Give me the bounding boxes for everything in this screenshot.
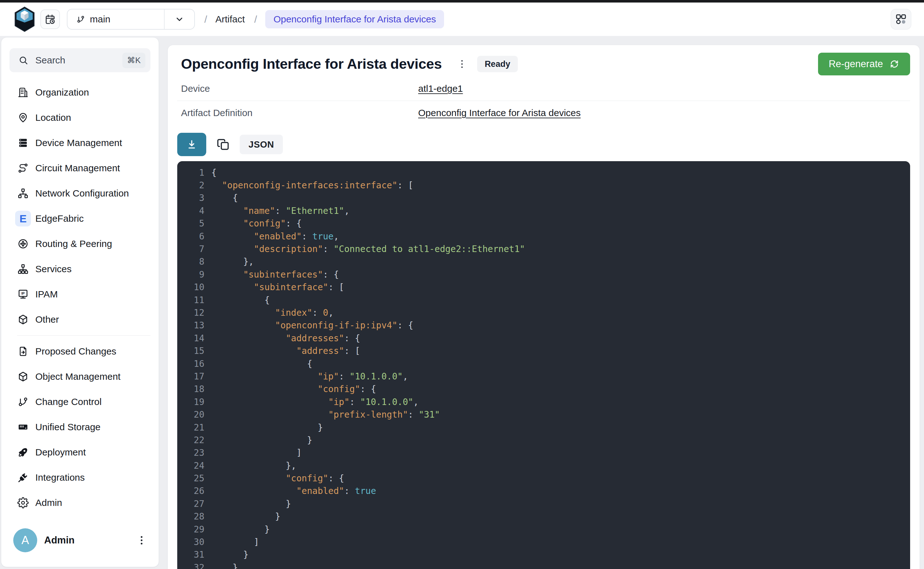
sidebar-item-services[interactable]: Services xyxy=(9,256,150,281)
user-menu-button[interactable] xyxy=(133,531,150,549)
code-line: 10 "subinterface": [ xyxy=(177,281,910,294)
line-number: 24 xyxy=(177,461,204,471)
code-line: 1{ xyxy=(177,166,910,179)
sidebar-item-label: Organization xyxy=(35,87,89,98)
sidebar-item-location[interactable]: Location xyxy=(9,105,150,130)
code-text: } xyxy=(211,524,270,535)
sidebar-item-admin[interactable]: Admin xyxy=(9,490,150,516)
status-badge: Ready xyxy=(477,56,518,72)
code-text: "index": 0, xyxy=(211,307,334,318)
line-number: 27 xyxy=(177,499,204,509)
branch-dropdown-toggle[interactable] xyxy=(164,9,194,29)
route-icon xyxy=(17,162,29,174)
code-text: "config": { xyxy=(211,384,376,394)
svg-text:IP: IP xyxy=(21,291,25,295)
regenerate-button[interactable]: Re-generate xyxy=(818,53,910,75)
code-text: ] xyxy=(211,537,259,547)
code-line: 11 { xyxy=(177,294,910,306)
download-button[interactable] xyxy=(177,133,206,156)
sidebar-item-device-management[interactable]: Device Management xyxy=(9,130,150,155)
code-text: "subinterface": [ xyxy=(211,282,344,292)
code-line: 19 "ip": "10.1.0.0", xyxy=(177,396,910,408)
breadcrumb-separator: / xyxy=(254,14,257,25)
sidebar-item-edgefabric[interactable]: E EdgeFabric xyxy=(9,206,150,231)
workflow-button[interactable] xyxy=(891,9,911,30)
detail-row-device: Device atl1-edge1 xyxy=(177,77,910,100)
code-line: 9 "subinterfaces": { xyxy=(177,268,910,281)
branch-selector[interactable]: main xyxy=(67,9,195,30)
code-line: 20 "prefix-length": "31" xyxy=(177,408,910,421)
sidebar-item-label: Change Control xyxy=(35,397,102,407)
sidebar: Search ⌘K Organization Location Device M… xyxy=(1,37,159,567)
code-line: 26 "enabled": true xyxy=(177,485,910,497)
line-number: 30 xyxy=(177,537,204,547)
sidebar-item-circuit-management[interactable]: Circuit Management xyxy=(9,155,150,181)
cube-icon xyxy=(17,371,29,383)
artifact-definition-link[interactable]: Openconfig Interface for Arista devices xyxy=(418,108,581,118)
code-line: 27 } xyxy=(177,497,910,510)
line-number: 25 xyxy=(177,473,204,484)
sidebar-item-change-control[interactable]: Change Control xyxy=(9,389,150,414)
sidebar-item-routing-peering[interactable]: Routing & Peering xyxy=(9,231,150,256)
code-line: 23 ] xyxy=(177,447,910,459)
main-content: Openconfig Interface for Arista devices … xyxy=(167,45,920,569)
workflow-icon xyxy=(895,13,907,26)
sidebar-item-deployment[interactable]: Deployment xyxy=(9,440,150,465)
code-text: "subinterfaces": { xyxy=(211,269,339,280)
title-row: Openconfig Interface for Arista devices … xyxy=(177,53,910,75)
code-line: 17 "ip": "10.1.0.0", xyxy=(177,370,910,383)
server-icon xyxy=(17,137,29,149)
copy-button[interactable] xyxy=(214,135,232,153)
line-number: 15 xyxy=(177,346,204,356)
code-text: }, xyxy=(211,461,296,471)
code-line: 30 ] xyxy=(177,536,910,548)
sidebar-item-unified-storage[interactable]: Unified Storage xyxy=(9,414,150,440)
code-line: 13 "openconfig-if-ip:ipv4": { xyxy=(177,319,910,332)
sidebar-item-ipam[interactable]: IP IPAM xyxy=(9,281,150,307)
code-text: "prefix-length": "31" xyxy=(211,409,440,420)
regenerate-label: Re-generate xyxy=(829,58,883,70)
code-text: }, xyxy=(211,562,243,569)
breadcrumb-current[interactable]: Openconfig Interface for Arista devices xyxy=(265,10,444,28)
code-text: "config": { xyxy=(211,218,302,229)
breadcrumb-item-artifact[interactable]: Artifact xyxy=(216,14,245,24)
sidebar-item-organization[interactable]: Organization xyxy=(9,80,150,105)
git-branch-icon xyxy=(17,396,29,408)
detail-row-artifact-definition: Artifact Definition Openconfig Interface… xyxy=(177,100,910,125)
sidebar-item-proposed-changes[interactable]: Proposed Changes xyxy=(9,339,150,364)
code-viewer[interactable]: 1{2 "openconfig-interfaces:interface": [… xyxy=(177,161,910,569)
sidebar-item-label: Integrations xyxy=(35,472,85,483)
search-input[interactable]: Search ⌘K xyxy=(9,48,150,72)
code-text: { xyxy=(211,295,270,305)
line-number: 14 xyxy=(177,333,204,344)
code-line: 32 }, xyxy=(177,561,910,569)
line-number: 29 xyxy=(177,524,204,535)
sidebar-item-label: Other xyxy=(35,314,59,325)
copy-icon xyxy=(216,137,230,151)
app-logo-icon[interactable] xyxy=(15,7,35,32)
code-text: "openconfig-interfaces:interface": [ xyxy=(211,180,413,190)
line-number: 26 xyxy=(177,486,204,496)
calendar-button[interactable] xyxy=(40,9,60,29)
avatar: A xyxy=(13,528,37,552)
sidebar-nav-primary: Organization Location Device Management … xyxy=(9,80,150,332)
title-menu-button[interactable] xyxy=(454,56,470,72)
sidebar-item-label: EdgeFabric xyxy=(35,213,84,224)
detail-label: Artifact Definition xyxy=(177,108,418,118)
sidebar-item-integrations[interactable]: Integrations xyxy=(9,465,150,490)
ip-monitor-icon: IP xyxy=(17,288,29,300)
line-number: 12 xyxy=(177,307,204,318)
line-number: 16 xyxy=(177,359,204,369)
code-text: "enabled": true xyxy=(211,486,376,496)
branch-label: main xyxy=(90,14,110,24)
sidebar-item-network-configuration[interactable]: Network Configuration xyxy=(9,181,150,206)
line-number: 6 xyxy=(177,231,204,242)
sidebar-item-other[interactable]: Other xyxy=(9,307,150,332)
code-text: }, xyxy=(211,256,254,267)
sidebar-item-object-management[interactable]: Object Management xyxy=(9,364,150,389)
sidebar-item-label: IPAM xyxy=(35,289,58,300)
line-number: 17 xyxy=(177,371,204,382)
sidebar-item-label: Device Management xyxy=(35,137,122,148)
device-link[interactable]: atl1-edge1 xyxy=(418,83,463,94)
code-text: "ip": "10.1.0.0", xyxy=(211,371,408,382)
